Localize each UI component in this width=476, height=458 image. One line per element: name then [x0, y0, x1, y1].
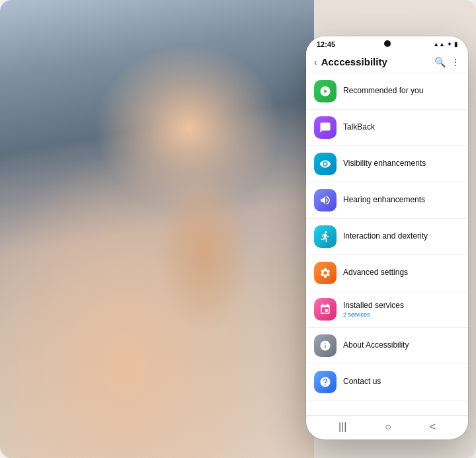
installed-sublabel: 2 services [343, 311, 460, 318]
about-text: About Accessibility [343, 340, 460, 351]
header-actions: 🔍 ⋮ [434, 57, 460, 67]
navigation-bar: ||| ○ < [306, 415, 468, 439]
advanced-text: Advanced settings [343, 268, 460, 278]
hearing-text: Hearing enhancements [343, 195, 460, 206]
interaction-label: Interaction and dexterity [343, 231, 460, 242]
more-options-button[interactable]: ⋮ [451, 57, 460, 67]
search-button[interactable]: 🔍 [434, 57, 446, 67]
visibility-label: Visibility enhancements [343, 159, 460, 169]
installed-icon [314, 298, 337, 321]
talkback-icon [314, 116, 337, 139]
home-button[interactable]: ○ [385, 421, 391, 433]
installed-text: Installed services2 services [343, 301, 460, 319]
advanced-label: Advanced settings [343, 268, 460, 278]
contact-text: Contact us [343, 377, 460, 387]
contact-label: Contact us [343, 377, 460, 387]
menu-item-hearing[interactable]: Hearing enhancements [306, 182, 468, 219]
menu-item-recommended[interactable]: Recommended for you [306, 73, 468, 110]
status-time: 12:45 [317, 40, 335, 48]
visibility-icon [314, 153, 337, 175]
contact-icon [314, 371, 337, 393]
phone-mockup: 12:45 ▲▲ ✦ ▮ ‹ Acccessibility 🔍 ⋮ Recomm… [306, 36, 468, 439]
recent-apps-button[interactable]: ||| [338, 421, 346, 433]
photo-bg-gradient [0, 0, 314, 458]
accessibility-header: ‹ Acccessibility 🔍 ⋮ [306, 51, 468, 73]
about-label: About Accessibility [343, 340, 460, 351]
menu-item-about[interactable]: About Accessibility [306, 328, 468, 364]
menu-item-visibility[interactable]: Visibility enhancements [306, 146, 468, 182]
hearing-icon [314, 189, 337, 211]
menu-item-advanced[interactable]: Advanced settings [306, 255, 468, 291]
battery-icon: ▮ [454, 41, 457, 48]
signal-icon: ▲▲ [433, 41, 445, 48]
recommended-icon [314, 80, 337, 102]
recommended-label: Recommended for you [343, 86, 460, 96]
wifi-icon: ✦ [447, 41, 452, 48]
menu-list: Recommended for youTalkBackVisibility en… [306, 73, 468, 415]
photo-background [0, 0, 314, 458]
menu-item-installed[interactable]: Installed services2 services [306, 291, 468, 328]
interaction-icon [314, 225, 337, 248]
hearing-label: Hearing enhancements [343, 195, 460, 206]
interaction-text: Interaction and dexterity [343, 231, 460, 242]
recommended-text: Recommended for you [343, 86, 460, 96]
menu-item-contact[interactable]: Contact us [306, 364, 468, 401]
talkback-text: TalkBack [343, 122, 460, 133]
screen-title: Acccessibility [321, 56, 430, 67]
about-icon [314, 334, 337, 357]
phone-camera [384, 40, 391, 47]
advanced-icon [314, 262, 337, 284]
accessibility-screen: ‹ Acccessibility 🔍 ⋮ Recommended for you… [306, 51, 468, 415]
status-icons: ▲▲ ✦ ▮ [433, 41, 457, 48]
installed-label: Installed services [343, 301, 460, 311]
back-button[interactable]: ‹ [314, 57, 317, 67]
menu-item-talkback[interactable]: TalkBack [306, 110, 468, 146]
menu-item-interaction[interactable]: Interaction and dexterity [306, 219, 468, 255]
status-bar: 12:45 ▲▲ ✦ ▮ [306, 36, 468, 51]
visibility-text: Visibility enhancements [343, 159, 460, 169]
talkback-label: TalkBack [343, 122, 460, 133]
back-nav-button[interactable]: < [430, 421, 436, 433]
